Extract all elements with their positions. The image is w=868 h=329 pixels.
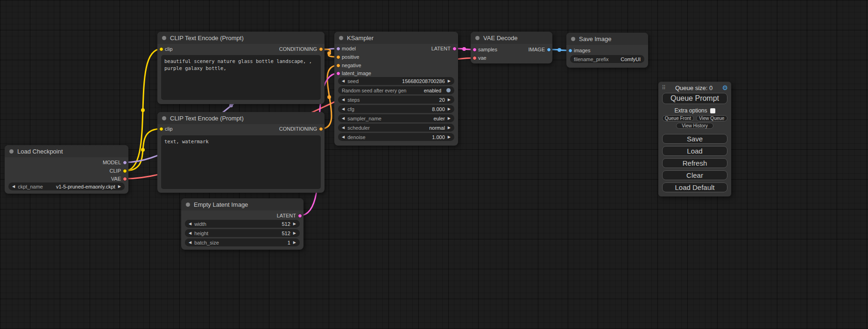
widget-label: batch_size xyxy=(194,240,219,245)
positive-prompt-textarea[interactable]: beautiful scenery nature glass bottle la… xyxy=(161,55,321,100)
collapse-dot[interactable] xyxy=(339,36,343,40)
collapse-dot[interactable] xyxy=(9,149,14,154)
view-history-button[interactable]: View History xyxy=(676,123,713,129)
output-label-clip: CLIP xyxy=(110,167,121,175)
node-title-bar[interactable]: CLIP Text Encode (Prompt) xyxy=(157,32,325,44)
node-title-bar[interactable]: VAE Decode xyxy=(471,32,552,44)
widget-value: ComfyUI xyxy=(621,56,641,62)
input-label-model: model xyxy=(342,45,356,52)
widget-steps[interactable]: ◀ steps 20 ▶ xyxy=(338,96,454,104)
increment-arrow-icon[interactable]: ▶ xyxy=(448,96,451,104)
widget-seed[interactable]: ◀ seed 156680208700286 ▶ xyxy=(338,77,454,85)
collapse-dot[interactable] xyxy=(475,36,480,40)
input-label-latent-image: latent_image xyxy=(342,70,371,77)
widget-height[interactable]: ◀ height 512 ▶ xyxy=(185,229,300,237)
save-button[interactable]: Save xyxy=(662,134,727,144)
decrement-arrow-icon[interactable]: ◀ xyxy=(189,238,191,246)
widget-ckpt-name[interactable]: ◀ ckpt_name v1-5-pruned-emaonly.ckpt ▶ xyxy=(8,182,125,190)
collapse-dot[interactable] xyxy=(186,203,190,207)
increment-arrow-icon[interactable]: ▶ xyxy=(448,133,451,141)
input-port-clip[interactable] xyxy=(159,127,163,131)
decrement-arrow-icon[interactable]: ◀ xyxy=(342,124,345,132)
decrement-arrow-icon[interactable]: ◀ xyxy=(342,96,345,104)
increment-arrow-icon[interactable]: ▶ xyxy=(448,124,451,132)
widget-filename-prefix[interactable]: filename_prefix ComfyUI xyxy=(570,55,644,63)
node-title-bar[interactable]: Empty Latent Image xyxy=(181,198,303,210)
widget-batch-size[interactable]: ◀ batch_size 1 ▶ xyxy=(185,238,300,246)
widget-sampler-name[interactable]: ◀ sampler_name euler ▶ xyxy=(338,114,454,122)
input-port-samples[interactable] xyxy=(473,48,477,52)
output-port-conditioning[interactable] xyxy=(319,47,323,51)
input-port-clip[interactable] xyxy=(159,47,163,51)
load-button[interactable]: Load xyxy=(662,146,727,156)
extra-options-checkbox[interactable] xyxy=(710,108,715,113)
output-port-image[interactable] xyxy=(547,48,551,52)
drag-handle-icon[interactable]: ⠿ xyxy=(662,84,666,91)
input-port-positive[interactable] xyxy=(336,55,340,59)
decrement-arrow-icon[interactable]: ◀ xyxy=(189,229,191,237)
increment-arrow-icon[interactable]: ▶ xyxy=(293,220,296,228)
input-port-latent-image[interactable] xyxy=(336,71,340,76)
widget-value: 512 xyxy=(282,221,290,227)
input-port-model[interactable] xyxy=(336,47,340,51)
increment-arrow-icon[interactable]: ▶ xyxy=(293,229,296,237)
increment-arrow-icon[interactable]: ▶ xyxy=(448,105,451,113)
queue-prompt-button[interactable]: Queue Prompt xyxy=(662,93,727,104)
decrement-arrow-icon[interactable]: ◀ xyxy=(342,114,345,122)
output-port-model[interactable] xyxy=(123,161,127,165)
increment-arrow-icon[interactable]: ▶ xyxy=(448,77,451,85)
widget-seed-control[interactable]: Random seed after every gen enabled xyxy=(338,86,454,94)
output-port-vae[interactable] xyxy=(123,177,127,181)
input-label-negative: negative xyxy=(342,62,361,69)
widget-cfg[interactable]: ◀ cfg 8.000 ▶ xyxy=(338,105,454,113)
queue-front-button[interactable]: Queue Front xyxy=(662,115,694,121)
negative-prompt-textarea[interactable]: text, watermark xyxy=(161,135,321,189)
decrement-arrow-icon[interactable]: ◀ xyxy=(342,77,345,85)
increment-arrow-icon[interactable]: ▶ xyxy=(293,238,296,246)
decrement-arrow-icon[interactable]: ◀ xyxy=(189,220,191,228)
node-empty-latent-image[interactable]: Empty Latent Image LATENT ◀ width 512 ▶ … xyxy=(181,198,303,250)
toggle-dot[interactable] xyxy=(446,88,451,92)
decrement-arrow-icon[interactable]: ◀ xyxy=(342,105,345,113)
widget-value: 1.000 xyxy=(432,134,445,140)
widget-label: steps xyxy=(347,97,360,103)
collapse-dot[interactable] xyxy=(162,116,166,120)
widget-scheduler[interactable]: ◀ scheduler normal ▶ xyxy=(338,124,454,132)
input-port-images[interactable] xyxy=(568,49,572,53)
node-load-checkpoint[interactable]: Load Checkpoint MODEL CLIP VAE ◀ ckpt_na… xyxy=(5,145,128,194)
decrement-arrow-icon[interactable]: ◀ xyxy=(12,182,15,190)
node-title-bar[interactable]: Load Checkpoint xyxy=(5,145,128,157)
output-port-latent[interactable] xyxy=(298,214,302,218)
clear-button[interactable]: Clear xyxy=(662,170,727,180)
load-default-button[interactable]: Load Default xyxy=(662,182,727,192)
node-vae-decode[interactable]: VAE Decode samples vae IMAGE xyxy=(471,32,552,63)
widget-width[interactable]: ◀ width 512 ▶ xyxy=(185,220,300,228)
widget-label: filename_prefix xyxy=(574,56,609,62)
increment-arrow-icon[interactable]: ▶ xyxy=(118,182,121,190)
node-title: KSampler xyxy=(347,35,374,42)
node-save-image[interactable]: Save Image images filename_prefix ComfyU… xyxy=(566,33,648,68)
settings-gear-icon[interactable]: ⚙ xyxy=(722,84,728,91)
output-port-conditioning[interactable] xyxy=(319,127,323,131)
output-label-model: MODEL xyxy=(103,159,121,166)
increment-arrow-icon[interactable]: ▶ xyxy=(448,114,451,122)
node-ksampler[interactable]: KSampler model positive negative latent_… xyxy=(334,32,458,146)
collapse-dot[interactable] xyxy=(571,37,575,41)
output-port-latent[interactable] xyxy=(452,47,457,51)
node-clip-text-encode-negative[interactable]: CLIP Text Encode (Prompt) clip CONDITION… xyxy=(157,112,325,193)
decrement-arrow-icon[interactable]: ◀ xyxy=(342,133,345,141)
node-title-bar[interactable]: Save Image xyxy=(566,33,648,45)
input-port-vae[interactable] xyxy=(473,56,477,60)
node-title-bar[interactable]: CLIP Text Encode (Prompt) xyxy=(157,112,325,124)
widget-denoise[interactable]: ◀ denoise 1.000 ▶ xyxy=(338,133,454,141)
node-clip-text-encode-positive[interactable]: CLIP Text Encode (Prompt) clip CONDITION… xyxy=(157,32,325,104)
refresh-button[interactable]: Refresh xyxy=(662,158,727,168)
output-label-latent: LATENT xyxy=(431,45,451,52)
input-port-negative[interactable] xyxy=(336,63,340,68)
output-label-image: IMAGE xyxy=(529,46,545,53)
output-port-clip[interactable] xyxy=(123,169,127,173)
widget-label: cfg xyxy=(347,106,354,112)
node-title-bar[interactable]: KSampler xyxy=(334,32,458,44)
collapse-dot[interactable] xyxy=(162,36,166,40)
view-queue-button[interactable]: View Queue xyxy=(696,115,728,121)
